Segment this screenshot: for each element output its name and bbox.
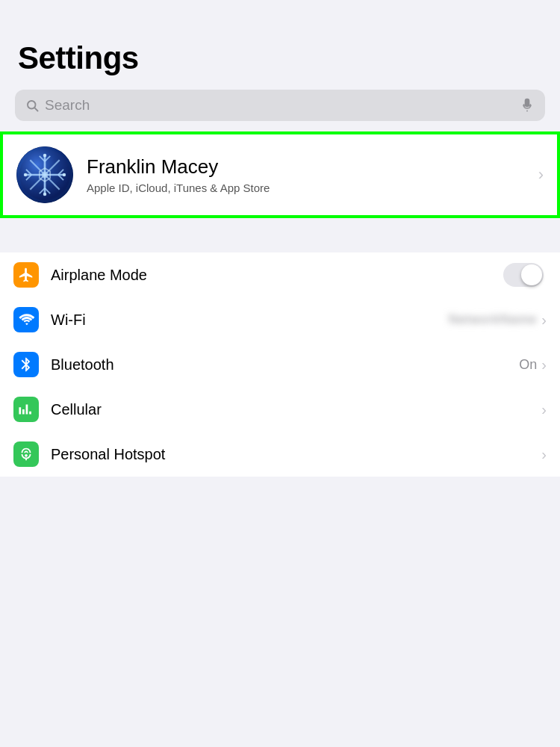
svg-point-16: [42, 172, 49, 179]
profile-subtitle: Apple ID, iCloud, iTunes & App Store: [87, 182, 525, 194]
airplane-icon: [18, 267, 34, 283]
search-container: Search: [0, 84, 560, 131]
personal-hotspot-label: Personal Hotspot: [51, 446, 540, 463]
profile-chevron-icon: ›: [538, 165, 544, 185]
settings-row-cellular[interactable]: Cellular ›: [0, 387, 560, 432]
settings-page: Settings Search: [0, 0, 560, 747]
airplane-mode-label: Airplane Mode: [51, 267, 503, 284]
separator-1: [0, 226, 560, 252]
svg-point-17: [43, 154, 46, 157]
search-icon: [25, 99, 39, 112]
cellular-icon-wrap: [13, 397, 39, 422]
cellular-chevron-icon: ›: [541, 401, 547, 418]
hotspot-icon-wrap: [13, 441, 39, 467]
wifi-icon: [18, 311, 34, 328]
settings-row-wifi[interactable]: Wi-Fi NetworkName ›: [0, 297, 560, 342]
cellular-icon: [18, 401, 34, 418]
svg-point-20: [63, 173, 66, 176]
profile-row[interactable]: Franklin Macey Apple ID, iCloud, iTunes …: [3, 134, 557, 215]
wifi-chevron-icon: ›: [541, 311, 547, 329]
wifi-label: Wi-Fi: [51, 311, 449, 329]
bluetooth-chevron-icon: ›: [541, 356, 547, 374]
microphone-icon[interactable]: [520, 98, 535, 113]
settings-row-bluetooth[interactable]: Bluetooth On ›: [0, 342, 560, 387]
settings-row-personal-hotspot[interactable]: Personal Hotspot ›: [0, 432, 560, 477]
header: Settings: [0, 0, 560, 84]
bluetooth-label: Bluetooth: [51, 356, 519, 374]
svg-point-19: [24, 173, 27, 176]
profile-info: Franklin Macey Apple ID, iCloud, iTunes …: [87, 155, 525, 194]
svg-point-18: [43, 193, 46, 196]
wifi-network-name: NetworkName: [449, 312, 538, 327]
airplane-mode-toggle[interactable]: [503, 263, 544, 287]
toggle-knob: [521, 264, 542, 285]
bluetooth-icon: [18, 356, 34, 373]
bluetooth-icon-wrap: [13, 352, 39, 377]
svg-line-1: [34, 108, 37, 111]
profile-name: Franklin Macey: [87, 155, 525, 179]
hotspot-chevron-icon: ›: [541, 446, 547, 463]
hotspot-right: ›: [540, 446, 547, 463]
bluetooth-right: On ›: [519, 356, 547, 374]
profile-section[interactable]: Franklin Macey Apple ID, iCloud, iTunes …: [0, 131, 560, 218]
settings-group-connectivity: Airplane Mode Wi-Fi NetworkName ›: [0, 252, 560, 477]
search-placeholder-text: Search: [45, 97, 514, 114]
page-title: Settings: [18, 40, 542, 76]
bluetooth-status: On: [519, 357, 537, 373]
search-bar[interactable]: Search: [15, 90, 545, 121]
cellular-right: ›: [540, 401, 547, 418]
wifi-icon-wrap: [13, 307, 39, 332]
settings-row-airplane-mode[interactable]: Airplane Mode: [0, 252, 560, 297]
wifi-right: NetworkName ›: [449, 311, 547, 329]
avatar: [16, 146, 73, 203]
cellular-label: Cellular: [51, 401, 540, 418]
airplane-mode-icon-wrap: [13, 262, 39, 288]
hotspot-icon: [18, 446, 34, 462]
airplane-mode-toggle-area: [503, 263, 547, 287]
